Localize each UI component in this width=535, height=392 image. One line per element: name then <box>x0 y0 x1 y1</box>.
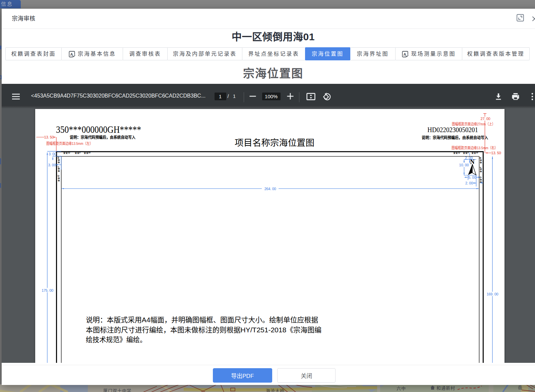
print-icon <box>512 93 519 100</box>
dim-north-right: 2. 00 <box>465 181 473 185</box>
fit-page-icon <box>306 93 315 100</box>
dim-top-margin: 27. 00 <box>481 117 490 121</box>
tick-label: **″ <box>57 156 63 163</box>
background-text-fragment <box>0 46 1 49</box>
dim-frame-width: 264. 00 <box>264 186 276 190</box>
map-label-village: 和通新村 <box>436 386 455 391</box>
tab-boundary-coords[interactable]: 界址点坐标记录表 <box>242 47 305 60</box>
background-text-fragment <box>0 183 1 188</box>
fit-page-button[interactable] <box>305 92 317 101</box>
page-number-input[interactable] <box>215 93 226 100</box>
tick-label: **″ <box>84 151 91 158</box>
drawing-code-left: 350***000000GH***** <box>56 124 141 135</box>
close-button[interactable]: 关闭 <box>277 368 336 383</box>
dim-north-height: 10. 00 <box>459 163 469 167</box>
dialog-footer: 导出PDF 关闭 <box>2 365 535 385</box>
drawing-code-left-note: 说明：宗海代码预编后，由系统自动写入 <box>70 135 135 140</box>
pdf-viewer[interactable]: 350***000000GH***** 说明：宗海代码预编后，由系统自动写入 项… <box>2 106 535 363</box>
dim-right-margin: 13. 50 <box>491 151 501 155</box>
pdf-embed: <453A5CB9A4D7F75C303020BFC6CAD25C3020BFC… <box>2 84 535 363</box>
pdf-page: 350***000000GH***** 说明：宗海代码预编后，由系统自动写入 项… <box>35 109 504 363</box>
rotate-ccw-icon <box>323 92 332 101</box>
zoom-in-button[interactable] <box>285 92 296 100</box>
close-icon <box>532 16 535 21</box>
toolbar-shadow <box>2 106 535 109</box>
drawing-code-right-note: 说明：宗海代码预编后，由系统自动写入 <box>422 135 488 140</box>
zoom-out-button[interactable] <box>247 92 258 100</box>
tick-label: **″ <box>479 157 485 164</box>
tick-label: **′ <box>479 166 485 172</box>
svg-text:A: A <box>70 52 74 56</box>
note-line1: 说明：本版式采用A4幅面，并明确图幅框、图面尺寸大小。绘制单位应根据 <box>86 316 318 324</box>
tab-cover[interactable]: 权籍调查表封面 <box>5 47 62 60</box>
rotate-button[interactable] <box>321 92 334 101</box>
zoom-level-input[interactable] <box>262 93 281 100</box>
page-count: / 1 <box>228 93 237 99</box>
note-line3: 绘技术规范》编绘。 <box>86 335 146 343</box>
drawing-code-right: HD0220230050201 <box>427 126 478 133</box>
export-pdf-button[interactable]: 导出PDF <box>213 368 272 383</box>
doc-check-icon: A <box>68 51 75 58</box>
dim-height-left: 175. 00 <box>42 288 53 292</box>
dim-north-width: 5. 00 <box>468 175 476 179</box>
label-left-margin: 图幅框距页面边缘13.5mm（左） <box>46 141 93 145</box>
kebab-menu-icon <box>531 93 533 100</box>
tab-survey-sketch[interactable]: A 现场测量示意图 <box>395 47 462 60</box>
print-button[interactable] <box>511 92 521 101</box>
map-label-school: 厦门双十中学 <box>103 388 131 392</box>
background-text-fragment <box>0 158 1 164</box>
pdf-filename: <453A5CB9A4D7F75C303020BFC6CAD25C3020BFC… <box>31 93 206 99</box>
dialog-title: 宗海审核 <box>12 14 36 22</box>
map-label-six: 六中 <box>397 386 406 391</box>
menu-button[interactable] <box>12 93 20 100</box>
tick-label: **′ <box>57 166 63 172</box>
doc-check-icon: A <box>402 51 409 58</box>
tab-label: 宗海基本信息 <box>78 48 116 60</box>
tab-label: 现场测量示意图 <box>411 48 456 60</box>
dim-left-margin: 13. 50 <box>44 135 54 139</box>
hamburger-icon <box>12 93 20 100</box>
download-icon <box>495 93 502 100</box>
tab-review-form[interactable]: 调查审核表 <box>123 47 168 60</box>
tab-location-map[interactable]: 宗海位置图 <box>305 47 350 60</box>
tab-unit-record[interactable]: 宗海及内部单元记录表 <box>167 47 242 60</box>
toolbar-divider <box>244 92 244 102</box>
close-button[interactable] <box>531 16 535 23</box>
pdf-toolbar: <453A5CB9A4D7F75C303020BFC6CAD25C3020BFC… <box>2 84 535 106</box>
toolbar-divider <box>299 92 299 102</box>
tab-version-manage[interactable]: 权籍调查表版本管理 <box>462 47 530 60</box>
more-options-button[interactable] <box>529 92 535 101</box>
fullscreen-icon <box>517 14 524 21</box>
tab-boundary-map[interactable]: 宗海界址图 <box>350 47 396 60</box>
tab-basic-info[interactable]: A 宗海基本信息 <box>61 47 123 60</box>
page-title: 中一区倾倒用海01 <box>2 32 535 42</box>
background-nav-tab-info: 信息 <box>0 0 21 8</box>
map-label-bridge: 海沧大桥 <box>266 388 285 392</box>
sea-parcel-review-dialog: 宗海审核 中一区倾倒用海01 权籍调查表封面 A 宗海基本信息 调 <box>2 9 535 385</box>
minus-icon <box>249 93 256 100</box>
dim-height-right: 169. 00 <box>487 292 498 296</box>
tick-label: **° <box>63 151 70 158</box>
note-line2: 本图标注的尺寸进行编绘，本图未做标注的则根据HY/T251-2018《宗海图编 <box>86 326 321 334</box>
dialog-header: 宗海审核 <box>2 9 535 29</box>
plus-icon <box>287 93 294 100</box>
dim-inset-top: 3. 00 <box>49 152 56 156</box>
label-top-margin: 图幅框距页面边缘27mm（上） <box>452 122 495 126</box>
section-title: 宗海位置图 <box>2 67 535 80</box>
tab-bar: 权籍调查表封面 A 宗海基本信息 调查审核表 宗海及内部单元记录表 界址点坐标记… <box>5 47 530 60</box>
location-map-drawing-svg: 350***000000GH***** 说明：宗海代码预编后，由系统自动写入 项… <box>35 109 504 363</box>
tick-label: **′ <box>75 151 81 158</box>
tick-label: **° <box>453 151 460 158</box>
drawing-title: 项目名称宗海位置图 <box>235 138 314 148</box>
map-label-yue: 岳 <box>518 385 523 390</box>
svg-text:A: A <box>404 52 407 56</box>
dim-inset-left: 3. 00 <box>48 163 56 167</box>
download-button[interactable] <box>493 92 503 101</box>
background-map: 厦门双十中学 海沧大桥 六中 和通新村 岳 <box>0 384 535 392</box>
maximize-button[interactable] <box>517 14 524 21</box>
tick-label: **° <box>57 174 63 181</box>
label-right-margin: 图幅框距页面边缘13.5mm（右） <box>452 145 498 150</box>
